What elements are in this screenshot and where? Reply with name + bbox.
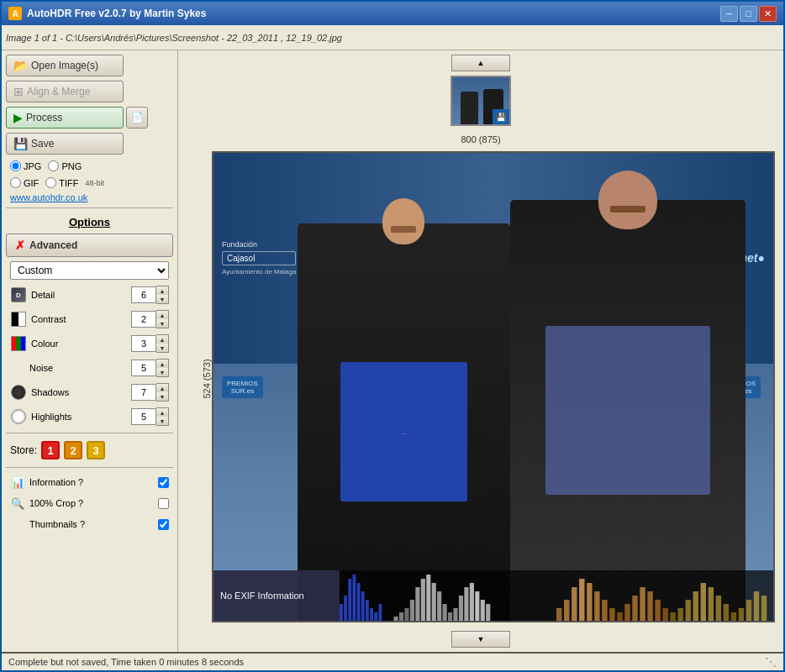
colour-input[interactable]	[131, 335, 156, 352]
scroll-down-button[interactable]: ▼	[451, 631, 510, 648]
svg-rect-7	[370, 608, 373, 621]
image-path: Image 1 of 1 - C:\Users\Andrés\Pictures\…	[6, 33, 342, 43]
store-btn-3[interactable]: 3	[87, 441, 105, 459]
png-option[interactable]: PNG	[48, 160, 82, 171]
noise-spinner: ▲ ▼	[131, 359, 169, 377]
gif-radio[interactable]	[10, 177, 21, 188]
colour-up-arrow[interactable]: ▲	[156, 335, 168, 344]
open-images-label: Open Image(s)	[31, 60, 98, 71]
noise-arrows: ▲ ▼	[156, 359, 169, 377]
title-bar: A AutoHDR Free v2.0.7 by Martin Sykes ─ …	[2, 2, 783, 25]
highlights-row: Highlights ▲ ▼	[6, 406, 173, 428]
shadows-up-arrow[interactable]: ▲	[156, 384, 168, 392]
advanced-button[interactable]: ✗ Advanced	[6, 234, 173, 257]
svg-rect-12	[404, 608, 408, 621]
svg-rect-43	[670, 612, 675, 621]
scroll-up-icon: ▲	[477, 59, 485, 67]
colour-row: Colour ▲ ▼	[6, 333, 173, 354]
contrast-arrows: ▲ ▼	[156, 310, 169, 328]
detail-icon: D	[10, 286, 27, 303]
website-link[interactable]: www.autohdr.co.uk	[6, 192, 173, 202]
align-merge-button[interactable]: ⊞ Align & Merge	[6, 81, 124, 102]
preset-dropdown[interactable]: Custom Natural Dramatic Surreal	[10, 261, 169, 280]
shadows-row: Shadows ▲ ▼	[6, 381, 173, 403]
save-label: Save	[31, 138, 54, 150]
contrast-down-arrow[interactable]: ▼	[156, 319, 168, 328]
svg-rect-55	[761, 596, 767, 621]
information-checkbox[interactable]	[158, 477, 169, 488]
svg-rect-15	[421, 579, 425, 621]
jpg-option[interactable]: JPG	[10, 160, 41, 171]
width-dimension: 800 (875)	[458, 134, 503, 144]
highlights-up-arrow[interactable]: ▲	[156, 408, 168, 417]
contrast-input[interactable]	[131, 311, 156, 328]
svg-rect-25	[475, 591, 479, 621]
svg-rect-23	[464, 587, 468, 621]
thumbnails-checkbox[interactable]	[158, 519, 169, 530]
svg-rect-2	[348, 579, 351, 621]
contrast-icon	[10, 311, 27, 328]
noise-up-arrow[interactable]: ▲	[156, 360, 168, 368]
svg-rect-46	[693, 591, 698, 621]
tiff-option[interactable]: TIFF	[45, 177, 78, 188]
png-label: PNG	[61, 161, 82, 171]
x-icon: ✗	[15, 239, 25, 252]
histogram-area	[340, 570, 773, 621]
process-button[interactable]: ▶ Process	[6, 107, 124, 129]
thumbnail-item[interactable]: 💾	[450, 76, 511, 126]
main-image-container: Fundación Cajasol Ayuntamiento de Málaga…	[212, 151, 775, 622]
highlights-down-arrow[interactable]: ▼	[156, 417, 168, 425]
colour-spinner: ▲ ▼	[131, 334, 169, 353]
histogram-svg	[340, 570, 773, 621]
align-toolbar: ⊞ Align & Merge	[6, 81, 173, 102]
ayuntamiento-text: Ayuntamiento de Málaga	[222, 268, 296, 276]
colour-down-arrow[interactable]: ▼	[156, 344, 168, 352]
store-label: Store:	[10, 444, 37, 456]
process-toolbar: ▶ Process 📄	[6, 107, 173, 129]
close-button[interactable]: ✕	[759, 6, 777, 22]
scroll-bottom-area: ▼	[182, 631, 779, 648]
contrast-up-arrow[interactable]: ▲	[156, 311, 168, 319]
noise-down-arrow[interactable]: ▼	[156, 368, 168, 376]
shadows-down-arrow[interactable]: ▼	[156, 392, 168, 401]
highlights-input[interactable]	[131, 408, 156, 425]
align-icon: ⊞	[13, 85, 24, 98]
jpg-radio[interactable]	[10, 160, 21, 171]
svg-rect-5	[361, 591, 365, 621]
detail-down-arrow[interactable]: ▼	[156, 295, 168, 303]
highlights-label: Highlights	[31, 412, 127, 422]
options-header: Options	[6, 213, 173, 231]
noise-input[interactable]	[131, 360, 156, 376]
advanced-label: Advanced	[29, 239, 77, 251]
svg-rect-3	[352, 575, 356, 621]
detail-input[interactable]	[131, 286, 156, 303]
png-radio[interactable]	[48, 160, 59, 171]
svg-rect-10	[394, 617, 398, 621]
store-btn-1[interactable]: 1	[41, 441, 60, 459]
shadows-input[interactable]	[131, 384, 156, 401]
left-panel: 📂 Open Image(s) ⊞ Align & Merge ▶ Proces…	[2, 50, 178, 652]
process-extra-button[interactable]: 📄	[126, 107, 148, 129]
store-btn-2[interactable]: 2	[64, 441, 82, 459]
svg-rect-35	[609, 608, 614, 621]
gif-option[interactable]: GIF	[10, 177, 39, 188]
crop-checkbox[interactable]	[158, 498, 169, 509]
open-images-button[interactable]: 📂 Open Image(s)	[6, 55, 124, 76]
svg-rect-21	[453, 608, 457, 621]
detail-up-arrow[interactable]: ▲	[156, 286, 168, 295]
thumbnails-icon	[10, 517, 25, 532]
svg-rect-51	[731, 612, 736, 621]
tiff-radio[interactable]	[45, 177, 56, 188]
save-button[interactable]: 💾 Save	[6, 133, 124, 155]
banner-left: Fundación Cajasol Ayuntamiento de Málaga	[222, 240, 296, 276]
format-row-2: GIF TIFF 48-bit	[6, 176, 173, 190]
scroll-up-button[interactable]: ▲	[451, 55, 510, 71]
information-icon: 📊	[10, 475, 25, 490]
svg-rect-18	[437, 591, 441, 621]
shadows-icon	[10, 384, 27, 401]
minimize-button[interactable]: ─	[720, 6, 738, 22]
svg-rect-50	[724, 604, 729, 621]
maximize-button[interactable]: □	[740, 6, 757, 22]
svg-rect-8	[374, 612, 377, 621]
right-panel: ▲ 💾 800 (875)	[178, 50, 783, 652]
